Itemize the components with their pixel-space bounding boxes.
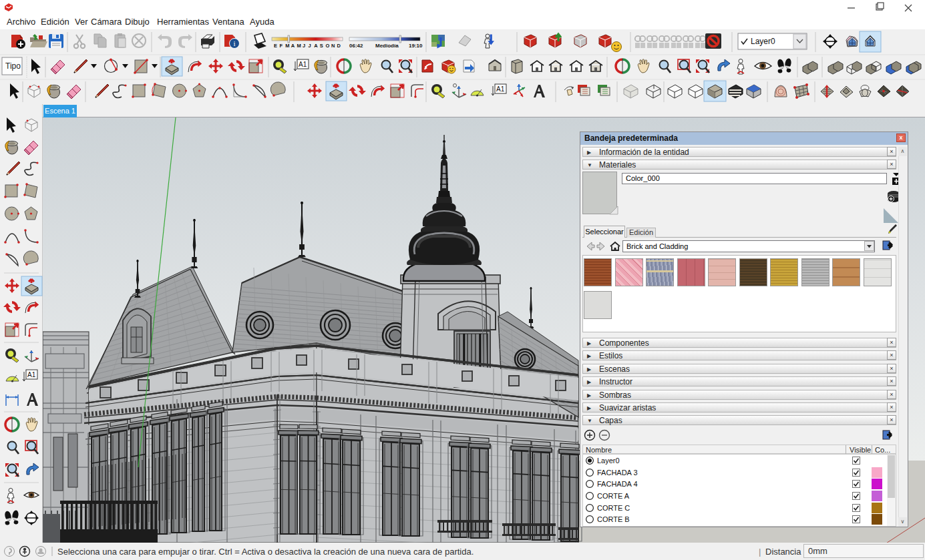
svg-text:F: F xyxy=(280,43,283,49)
svg-text:A1: A1 xyxy=(496,85,505,93)
svg-text:M: M xyxy=(285,43,289,49)
svg-text:D: D xyxy=(337,43,341,49)
svg-text:i: i xyxy=(233,39,235,47)
svg-text:Mediodía: Mediodía xyxy=(375,43,399,49)
svg-text:06:42: 06:42 xyxy=(349,43,363,49)
svg-text:S: S xyxy=(320,43,323,49)
svg-text:Tipo: Tipo xyxy=(5,61,21,71)
svg-text:N: N xyxy=(331,43,335,49)
svg-text:J: J xyxy=(303,43,305,49)
svg-text:A: A xyxy=(314,43,318,49)
svg-text:E: E xyxy=(274,43,277,49)
svg-text:A1: A1 xyxy=(27,371,36,378)
svg-text:A: A xyxy=(291,43,295,49)
svg-text:M: M xyxy=(297,43,301,49)
svg-text:Layer0: Layer0 xyxy=(751,37,775,46)
svg-text:A1: A1 xyxy=(299,61,307,68)
svg-text:J: J xyxy=(309,43,311,49)
svg-text:O: O xyxy=(325,43,329,49)
svg-text:19:10: 19:10 xyxy=(409,43,423,49)
